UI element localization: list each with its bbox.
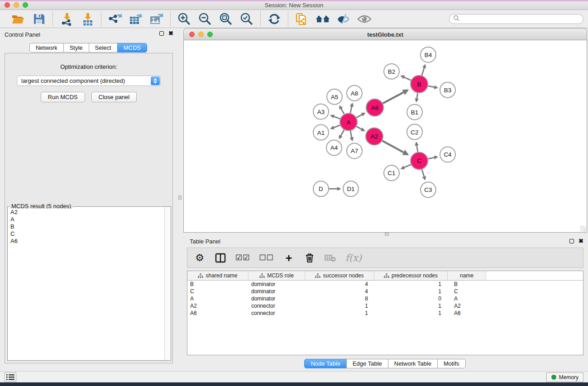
table-row[interactable]: Adominator80A xyxy=(187,295,583,302)
window-resize-grip[interactable] xyxy=(580,226,586,232)
close-table-panel-icon[interactable]: ✖ xyxy=(578,239,583,243)
homes-icon[interactable] xyxy=(315,12,330,26)
splitter-grip[interactable] xyxy=(178,195,182,200)
column-header-successor-nodes[interactable]: successor nodes xyxy=(305,271,374,280)
cell-mcds-role[interactable]: dominator xyxy=(249,295,305,302)
cell-mcds-role[interactable]: dominator xyxy=(249,281,305,287)
import-table-icon[interactable] xyxy=(80,12,95,26)
graph-node-A[interactable]: A xyxy=(340,114,357,131)
vertical-splitter[interactable] xyxy=(177,28,183,371)
graph-node-C3[interactable]: C3 xyxy=(421,182,436,197)
graph-node-B2[interactable]: B2 xyxy=(384,64,399,79)
cell-shared-name[interactable]: C xyxy=(187,288,249,295)
open-session-icon[interactable] xyxy=(10,12,26,26)
graph-edge-A-A2[interactable] xyxy=(356,126,364,131)
graph-edge-C-C4[interactable] xyxy=(428,157,437,159)
cell-name[interactable]: A xyxy=(448,295,486,302)
search-input[interactable] xyxy=(461,16,579,22)
graph-node-A5[interactable]: A5 xyxy=(327,89,342,105)
network-window-titlebar[interactable]: testGlobe.txt xyxy=(183,28,587,40)
cell-successor-nodes[interactable]: 4 xyxy=(305,288,374,295)
graph-edge-A-A5[interactable] xyxy=(339,106,344,114)
graph-edge-A2-C[interactable] xyxy=(382,141,408,154)
cell-shared-name[interactable]: A6 xyxy=(187,310,249,316)
tab-style[interactable]: Style xyxy=(63,43,89,52)
cell-predecessor-nodes[interactable]: 1 xyxy=(374,281,448,287)
result-item-a6[interactable]: A6 xyxy=(8,238,164,245)
tab-network[interactable]: Network xyxy=(29,43,64,52)
memory-button[interactable]: Memory xyxy=(546,372,583,382)
graph-node-B1[interactable]: B1 xyxy=(407,105,422,120)
hide-view-icon[interactable] xyxy=(336,12,351,26)
cell-mcds-role[interactable]: dominator xyxy=(249,288,305,295)
table-row[interactable]: Bdominator41B xyxy=(187,281,583,288)
graph-edge-A-A7[interactable] xyxy=(350,131,352,140)
graph-node-A6[interactable]: A6 xyxy=(366,99,383,116)
save-session-icon[interactable] xyxy=(31,12,47,26)
table-row[interactable]: A6connector11A6 xyxy=(187,310,583,317)
zoom-fit-icon[interactable] xyxy=(218,12,234,26)
cell-successor-nodes[interactable]: 1 xyxy=(305,303,374,309)
cell-predecessor-nodes[interactable]: 0 xyxy=(374,295,448,302)
import-network-icon[interactable] xyxy=(59,12,74,26)
graph-node-A7[interactable]: A7 xyxy=(347,143,362,158)
cell-successor-nodes[interactable]: 1 xyxy=(305,310,374,316)
graph-edge-B-B4[interactable] xyxy=(422,65,425,76)
table-tab-edge-table[interactable]: Edge Table xyxy=(346,359,388,368)
table-tab-motifs[interactable]: Motifs xyxy=(437,359,466,368)
table-tab-network-table[interactable]: Network Table xyxy=(388,359,438,368)
float-panel-icon[interactable] xyxy=(159,31,164,36)
zoom-selected-icon[interactable] xyxy=(239,12,254,26)
task-history-button[interactable] xyxy=(5,372,16,382)
graph-node-C4[interactable]: C4 xyxy=(440,147,455,162)
graph-node-A1[interactable]: A1 xyxy=(313,125,329,140)
column-header-name[interactable]: name xyxy=(448,271,486,280)
eye-icon[interactable] xyxy=(357,12,372,26)
refresh-icon[interactable] xyxy=(267,12,282,26)
graph-node-C1[interactable]: C1 xyxy=(384,165,399,181)
cell-name[interactable]: A6 xyxy=(448,310,486,316)
graph-edge-A6-B[interactable] xyxy=(383,90,408,103)
cell-predecessor-nodes[interactable]: 1 xyxy=(374,288,448,295)
graph-edge-A-A6[interactable] xyxy=(357,113,365,118)
copy-network-icon[interactable] xyxy=(294,12,310,26)
graph-node-C[interactable]: C xyxy=(411,152,428,169)
cell-mcds-role[interactable]: connector xyxy=(249,303,305,309)
graph-node-D[interactable]: D xyxy=(313,181,329,196)
add-column-icon[interactable]: + xyxy=(283,251,295,265)
graph-node-A8[interactable]: A8 xyxy=(347,86,362,101)
cell-shared-name[interactable]: A xyxy=(187,295,249,302)
horizontal-splitter-grip[interactable] xyxy=(385,233,389,236)
graph-edge-B-B1[interactable] xyxy=(416,93,418,101)
close-panel-button[interactable]: Close panel xyxy=(91,92,137,102)
tab-select[interactable]: Select xyxy=(89,43,118,52)
graph-edge-A-A1[interactable] xyxy=(331,125,340,129)
graph-edge-B-B3[interactable] xyxy=(428,86,437,88)
graph-node-A3[interactable]: A3 xyxy=(313,104,329,119)
criterion-dropdown[interactable]: largest connected component (directed) xyxy=(17,76,161,86)
cell-successor-nodes[interactable]: 4 xyxy=(305,281,374,287)
table-row[interactable]: A2connector11A2 xyxy=(187,302,583,310)
export-network-icon[interactable] xyxy=(107,12,123,26)
graph-node-B3[interactable]: B3 xyxy=(440,82,455,98)
search-box[interactable] xyxy=(449,14,583,24)
checked-boxes-icon[interactable]: ☑☑ xyxy=(235,251,250,265)
tab-mcds[interactable]: MCDS xyxy=(117,43,147,52)
graph-edge-C-C1[interactable] xyxy=(402,164,411,168)
cell-shared-name[interactable]: A2 xyxy=(187,303,249,309)
column-header-shared-name[interactable]: shared name xyxy=(187,271,249,280)
graph-edge-A-A8[interactable] xyxy=(350,104,352,113)
graph-edge-C-C2[interactable] xyxy=(416,143,418,152)
delete-table-icon[interactable] xyxy=(325,251,336,265)
column-header-mcds-role[interactable]: MCDS role xyxy=(249,271,305,280)
delete-column-icon[interactable] xyxy=(304,251,316,265)
graph-edge-C-C3[interactable] xyxy=(422,169,425,179)
close-panel-icon[interactable]: ✖ xyxy=(168,31,173,36)
float-table-panel-icon[interactable] xyxy=(569,239,574,243)
graph-node-D1[interactable]: D1 xyxy=(343,181,359,196)
result-item-b[interactable]: B xyxy=(8,223,164,230)
unchecked-boxes-icon[interactable]: ☐☐ xyxy=(259,251,273,265)
table-row[interactable]: Cdominator41C xyxy=(187,288,583,295)
cell-shared-name[interactable]: B xyxy=(187,281,249,287)
network-canvas[interactable]: AA1A2A3A4A5A6A7A8BB1B2B3B4CC1C2C3C4DD1 xyxy=(183,40,587,233)
